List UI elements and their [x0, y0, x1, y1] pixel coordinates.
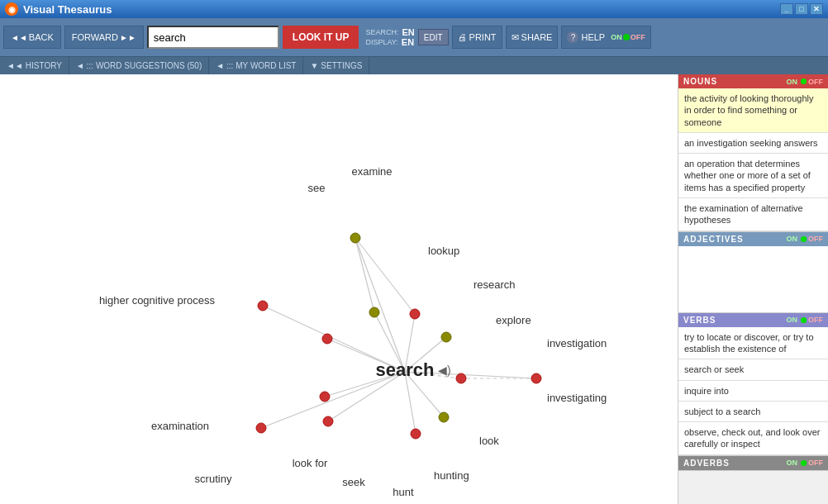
settings-button[interactable]: ▼ SETTINGS [303, 57, 369, 75]
svg-text:search: search [376, 359, 435, 380]
lookup-button[interactable]: LOOK IT UP [283, 26, 359, 49]
history-button[interactable]: ◄◄ ◄◄ HISTORY HISTORY [0, 57, 69, 75]
svg-text:seek: seek [342, 476, 365, 488]
adjectives-empty [678, 246, 828, 312]
share-button[interactable]: ✉ SHARE [506, 26, 559, 49]
verb-item-5[interactable]: observe, check out, and look over carefu… [678, 422, 828, 455]
print-icon: 🖨 [458, 32, 467, 42]
svg-text:higher cognitive process: higher cognitive process [99, 294, 216, 307]
adjectives-label: ADJECTIVES [683, 235, 787, 244]
adverbs-label: ADVERBS [683, 459, 787, 468]
app-title: Visual Thesaurus [23, 3, 112, 16]
minimize-button[interactable]: _ [780, 3, 793, 15]
adv-dot [801, 460, 807, 466]
svg-text:explore: explore [496, 314, 531, 326]
adverbs-header[interactable]: ADVERBS ON OFF [678, 456, 828, 470]
verb-item-4[interactable]: subject to a search [678, 402, 828, 422]
nouns-off-label: OFF [808, 78, 823, 86]
adv-on-label: ON [787, 459, 798, 467]
search-lang-label: SEARCH: [365, 28, 398, 36]
adj-off-label: OFF [808, 235, 823, 243]
maximize-button[interactable]: □ [795, 3, 808, 15]
help-button[interactable]: ? HELP ON OFF [561, 26, 650, 49]
word-suggestions-button[interactable]: ◄ ::: WORD SUGGESTIONS (50) [69, 57, 209, 75]
svg-text:see: see [308, 182, 326, 194]
svg-point-19 [439, 412, 449, 422]
svg-point-22 [456, 373, 466, 383]
noun-item-1[interactable]: the activity of looking thoroughly in or… [678, 88, 828, 133]
word-list-icon: ◄ ::: [216, 61, 233, 70]
on-off-toggle: ON OFF [611, 33, 645, 41]
svg-text:scrutiny: scrutiny [195, 473, 232, 485]
verb-item-3[interactable]: inquire into [678, 381, 828, 402]
nouns-on-label: ON [787, 78, 798, 86]
svg-line-8 [405, 372, 416, 434]
svg-text:research: research [473, 278, 516, 291]
title-bar: ◉ Visual Thesaurus _ □ ✕ [0, 0, 828, 18]
right-panel: NOUNS ON OFF the activity of looking tho… [678, 74, 828, 504]
svg-text:◀): ◀) [438, 364, 451, 377]
adj-on-label: ON [787, 235, 798, 243]
verbs-on-label: ON [787, 316, 798, 324]
back-button[interactable]: ◄◄ ◄◄ BACK BACK [3, 26, 61, 49]
verbs-off-label: OFF [808, 316, 823, 324]
adverbs-section: ADVERBS ON OFF [678, 456, 828, 471]
svg-point-24 [411, 429, 421, 439]
svg-point-20 [410, 309, 420, 319]
verbs-header[interactable]: VERBS ON OFF [678, 313, 828, 327]
svg-text:examine: examine [351, 165, 392, 178]
svg-text:hunt: hunt [393, 486, 414, 498]
nouns-section: NOUNS ON OFF the activity of looking tho… [678, 74, 828, 232]
help-icon: ? [567, 31, 578, 43]
svg-text:lookup: lookup [428, 245, 459, 257]
svg-point-16 [350, 233, 360, 243]
svg-point-28 [256, 423, 266, 433]
main-area: examine see lookup research explore inve… [0, 74, 828, 504]
noun-item-4[interactable]: the examination of alternative hypothese… [678, 198, 828, 231]
history-arrow: ◄◄ [7, 61, 23, 70]
verb-item-2[interactable]: search or seek [678, 359, 828, 380]
verbs-section: VERBS ON OFF try to locate or discover, … [678, 313, 828, 456]
thesaurus-graph: examine see lookup research explore inve… [0, 74, 678, 504]
noun-item-3[interactable]: an operation that determines whether one… [678, 154, 828, 198]
edit-button[interactable]: EDIT [418, 29, 449, 45]
app-icon: ◉ [5, 2, 18, 16]
svg-text:hunting: hunting [434, 469, 469, 482]
svg-point-26 [323, 416, 333, 426]
print-button[interactable]: 🖨 PRINT [452, 26, 502, 49]
verbs-label: VERBS [683, 316, 787, 325]
graph-area[interactable]: examine see lookup research explore inve… [0, 74, 678, 504]
secondary-toolbar: ◄◄ ◄◄ HISTORY HISTORY ◄ ::: WORD SUGGEST… [0, 56, 828, 74]
search-lang-value: EN [402, 27, 414, 37]
adj-dot [801, 236, 807, 242]
share-icon: ✉ [512, 32, 519, 43]
noun-item-2[interactable]: an investigation seeking answers [678, 133, 828, 154]
svg-point-21 [322, 334, 332, 344]
adjectives-section: ADJECTIVES ON OFF [678, 232, 828, 313]
svg-point-23 [531, 373, 541, 383]
close-button[interactable]: ✕ [810, 3, 823, 15]
toolbar: ◄◄ ◄◄ BACK BACK FORWARD ►► LOOK IT UP SE… [0, 18, 828, 56]
svg-point-17 [369, 307, 379, 317]
verbs-dot [801, 317, 807, 323]
svg-point-18 [441, 332, 451, 342]
nouns-header[interactable]: NOUNS ON OFF [678, 74, 828, 88]
display-lang-value: EN [402, 37, 414, 47]
language-group: SEARCH: EN DISPLAY: EN [365, 27, 414, 47]
svg-text:look: look [479, 435, 499, 447]
verb-item-1[interactable]: try to locate or discover, or try to est… [678, 327, 828, 360]
svg-text:examination: examination [151, 420, 209, 432]
nouns-dot [801, 78, 807, 84]
svg-line-14 [355, 238, 415, 314]
svg-text:investigating: investigating [547, 392, 607, 404]
adv-off-label: OFF [808, 459, 823, 467]
svg-line-13 [355, 238, 374, 312]
svg-point-27 [258, 301, 268, 311]
word-suggestions-icon: ◄ ::: [76, 61, 93, 70]
adjectives-header[interactable]: ADJECTIVES ON OFF [678, 232, 828, 246]
svg-point-25 [320, 392, 330, 402]
forward-button[interactable]: FORWARD ►► [64, 26, 144, 49]
word-list-button[interactable]: ◄ ::: MY WORD LIST [209, 57, 303, 75]
settings-arrow: ▼ [310, 61, 318, 70]
search-input[interactable] [147, 26, 279, 49]
